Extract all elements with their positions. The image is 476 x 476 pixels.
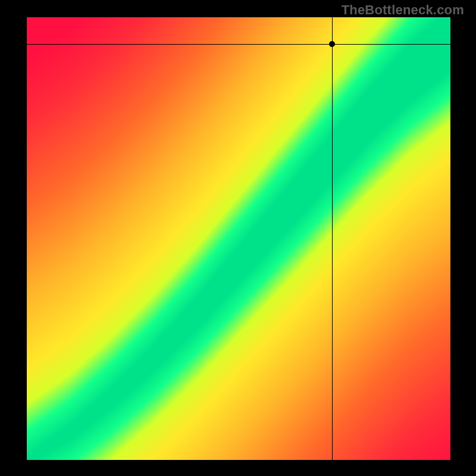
heatmap-canvas bbox=[27, 17, 450, 460]
chart-frame bbox=[26, 17, 451, 461]
crosshair-horizontal bbox=[27, 44, 450, 45]
crosshair-vertical bbox=[332, 17, 333, 460]
watermark-text: TheBottleneck.com bbox=[342, 2, 464, 18]
chart-marker bbox=[329, 41, 335, 47]
